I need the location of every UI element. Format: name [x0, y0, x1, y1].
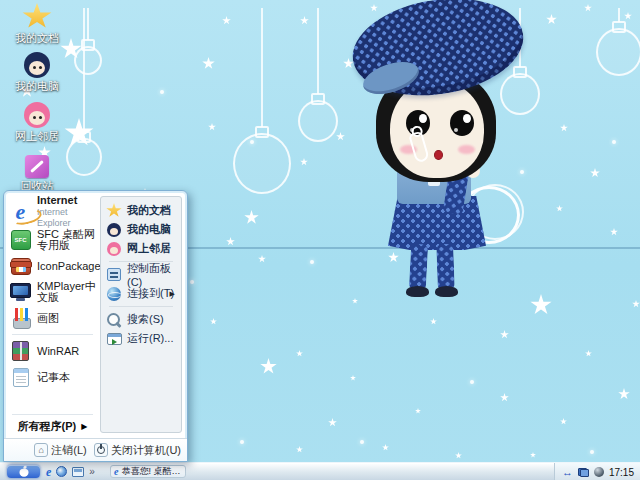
submenu-arrow-icon: ▶: [81, 422, 87, 431]
search-icon: [106, 312, 122, 328]
taskbar-window-title: 恭喜您! 桌酷主题...: [121, 465, 182, 478]
doll-eye: [406, 110, 430, 136]
taskbar-window-button[interactable]: e 恭喜您! 桌酷主题...: [110, 465, 186, 478]
start-menu: e Internet Internet Explorer SFC 桌酷网专用版 …: [3, 190, 188, 462]
menu-item-iconpackager[interactable]: IconPackager: [8, 253, 97, 279]
star-decoration: [260, 358, 277, 375]
all-programs-button[interactable]: 所有程序(P) ▶: [8, 418, 97, 435]
desktop-icon-my-computer[interactable]: 我的电脑: [6, 50, 68, 92]
menu-item-connect-to[interactable]: 连接到(T) ▶: [104, 284, 178, 303]
star-decoration: [310, 260, 314, 264]
shutdown-button[interactable]: 关闭计算机(U): [94, 443, 181, 458]
doll-arm: [405, 163, 420, 178]
desktop-icon-network-places[interactable]: 网上邻居: [6, 100, 68, 142]
doll-microphone-doodle: [408, 131, 430, 164]
menu-item-network-places[interactable]: 网上邻居: [104, 239, 178, 258]
doll-shoe: [406, 286, 429, 297]
start-menu-right-column: 我的文档 我的电脑 网上邻居 控制面板(C): [99, 191, 187, 438]
start-logo-icon: [19, 468, 28, 476]
doll-leg: [409, 244, 428, 291]
tray-app-icon[interactable]: [594, 467, 604, 477]
menu-item-my-documents[interactable]: 我的文档: [104, 201, 178, 220]
star-decoration: [556, 205, 563, 212]
menu-item-notepad[interactable]: 记事本: [8, 364, 97, 390]
star-decoration: [480, 6, 489, 15]
star-decoration: [296, 350, 303, 357]
desktop-icon-label: 我的电脑: [6, 80, 68, 92]
doll-shoe: [435, 286, 458, 297]
star-decoration: [520, 170, 524, 174]
monitor-icon: [8, 280, 33, 305]
ie-window-icon: e: [114, 466, 118, 478]
star-decoration: [328, 418, 337, 427]
menu-item-search[interactable]: 搜索(S): [104, 310, 178, 329]
star-decoration: [500, 330, 509, 339]
menu-item-label: 网上邻居: [127, 241, 171, 256]
desktop-icon-recycle-bin[interactable]: 回收站: [6, 150, 68, 192]
doll-shirt: [428, 154, 440, 186]
winrar-icon: [8, 339, 33, 364]
taskbar-clock[interactable]: 17:15: [609, 467, 634, 478]
star-decoration: [500, 393, 509, 402]
paint-icon: [8, 306, 33, 331]
star-decoration: [160, 90, 164, 94]
start-button[interactable]: [7, 465, 40, 478]
shutdown-label: 关闭计算机(U): [111, 443, 181, 458]
doll-beret-brim: [359, 56, 423, 101]
menu-item-label: 画图: [37, 313, 59, 324]
start-menu-right-panel: 我的文档 我的电脑 网上邻居 控制面板(C): [100, 196, 182, 433]
star-decoration: [250, 140, 254, 144]
quick-launch-media-player-icon[interactable]: [56, 466, 67, 477]
menu-separator: [109, 306, 173, 307]
menu-item-control-panel[interactable]: 控制面板(C): [104, 265, 178, 284]
menu-item-run[interactable]: 运行(R)...: [104, 329, 178, 348]
menu-separator: [12, 334, 93, 335]
menu-item-label: 我的电脑: [127, 222, 171, 237]
star-decoration: [415, 408, 421, 414]
log-off-button[interactable]: ⌂ 注销(L): [34, 443, 86, 458]
menu-item-label: KMPlayer中文版: [37, 281, 97, 303]
menu-item-paint[interactable]: 画图: [8, 305, 97, 331]
star-decoration: [350, 375, 356, 381]
menu-item-sfc[interactable]: SFC 桌酷网专用版: [8, 227, 97, 253]
log-off-icon: ⌂: [34, 443, 48, 457]
menu-separator: [12, 414, 93, 415]
star-decoration: [64, 118, 94, 148]
star-decoration: [430, 318, 437, 325]
submenu-arrow-icon: ▶: [170, 290, 175, 298]
star-decoration: [300, 16, 309, 25]
menu-item-internet[interactable]: e Internet Internet Explorer: [8, 196, 97, 227]
show-desktop-icon[interactable]: [72, 467, 84, 477]
internet-explorer-icon: e: [8, 199, 33, 224]
network-arrows-icon[interactable]: ↔: [562, 467, 573, 478]
light-bulb-doodle: [596, 28, 640, 76]
star-decoration: [300, 158, 308, 166]
doll-tambourine-doodle: [458, 186, 520, 244]
star-decoration: [632, 300, 640, 308]
star-decoration: [560, 124, 568, 132]
doll-collar: [412, 151, 454, 166]
menu-spacer: [8, 390, 97, 411]
network-monitors-icon[interactable]: [578, 468, 589, 477]
quick-launch-overflow-chevron[interactable]: »: [89, 466, 95, 478]
star-decoration: [240, 440, 244, 444]
star-decoration: [590, 450, 594, 454]
star-icon: [106, 203, 122, 219]
menu-item-my-computer[interactable]: 我的电脑: [104, 220, 178, 239]
doll-hair: [376, 70, 496, 182]
doll-skirt: [388, 196, 486, 250]
star-decoration: [296, 446, 303, 453]
menu-item-winrar[interactable]: WinRAR: [8, 338, 97, 364]
menu-item-label: WinRAR: [37, 346, 79, 357]
menu-item-label: 连接到(T): [127, 286, 174, 301]
star-decoration: [370, 4, 378, 12]
menu-item-label: 搜索(S): [127, 312, 164, 327]
star-decoration: [222, 16, 231, 25]
globe-icon: [106, 286, 122, 302]
menu-item-kmplayer[interactable]: KMPlayer中文版: [8, 279, 97, 305]
quick-launch-ie-icon[interactable]: e: [46, 466, 51, 478]
star-decoration: [584, 4, 592, 12]
desktop-icon-my-documents[interactable]: 我的文档: [6, 2, 68, 44]
menu-item-label: 我的文档: [127, 203, 171, 218]
star-decoration: [360, 440, 364, 444]
